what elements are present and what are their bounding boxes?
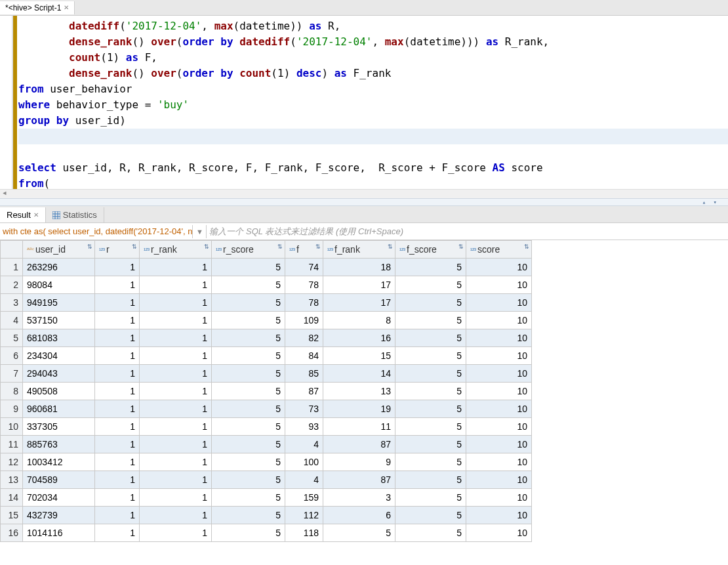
cell-f_score[interactable]: 5 [395,489,466,507]
cell-r[interactable]: 1 [95,418,140,436]
cell-f[interactable]: 118 [285,524,323,542]
cell-r_score[interactable]: 5 [212,259,285,276]
cell-f_score[interactable]: 5 [395,418,466,436]
cell-f_rank[interactable]: 13 [323,383,395,400]
cell-f[interactable]: 93 [285,418,323,436]
cell-user_id[interactable]: 885763 [23,436,95,453]
cell-score[interactable]: 10 [466,365,532,383]
cell-user_id[interactable]: 702034 [23,489,95,507]
cell-r[interactable]: 1 [95,294,140,312]
sort-icon[interactable]: ⇅ [204,243,209,250]
cell-r[interactable]: 1 [95,365,140,383]
cell-f[interactable]: 4 [285,436,323,453]
cell-f_rank[interactable]: 3 [323,489,395,507]
cell-f_score[interactable]: 5 [395,294,466,312]
cell-f[interactable]: 78 [285,276,323,294]
column-header-f_rank[interactable]: ¹²³f_rank⇅ [323,241,395,259]
cell-r[interactable]: 1 [95,312,140,329]
cell-f_score[interactable]: 5 [395,276,466,294]
code-editor[interactable]: datediff('2017-12-04', max(datetime)) as… [0,16,728,189]
cell-f[interactable]: 159 [285,489,323,507]
column-header-r[interactable]: ¹²³r⇅ [95,241,140,259]
cell-score[interactable]: 10 [466,259,532,276]
cell-f_score[interactable]: 5 [395,400,466,418]
cell-user_id[interactable]: 1014116 [23,524,95,542]
close-icon[interactable]: ✕ [64,4,69,11]
column-header-r_score[interactable]: ¹²³r_score⇅ [212,241,285,259]
cell-f_score[interactable]: 5 [395,436,466,453]
cell-r_score[interactable]: 5 [212,436,285,453]
cell-r_score[interactable]: 5 [212,507,285,524]
cell-r_score[interactable]: 5 [212,329,285,347]
cell-r_score[interactable]: 5 [212,294,285,312]
cell-score[interactable]: 10 [466,524,532,542]
cell-score[interactable]: 10 [466,436,532,453]
cell-r[interactable]: 1 [95,489,140,507]
table-row[interactable]: 62343041158415510 [1,347,532,365]
cell-f_rank[interactable]: 87 [323,436,395,453]
cell-r_rank[interactable]: 1 [140,524,212,542]
cell-r[interactable]: 1 [95,329,140,347]
cell-r_rank[interactable]: 1 [140,507,212,524]
result-grid-wrap[interactable]: ᴬᴮᶜuser_id⇅¹²³r⇅¹²³r_rank⇅¹²³r_score⇅¹²³… [0,240,728,565]
cell-r_rank[interactable]: 1 [140,471,212,489]
cell-r[interactable]: 1 [95,471,140,489]
cell-f_score[interactable]: 5 [395,259,466,276]
cell-r_rank[interactable]: 1 [140,453,212,471]
cell-user_id[interactable]: 960681 [23,400,95,418]
cell-r[interactable]: 1 [95,259,140,276]
cell-f[interactable]: 109 [285,312,323,329]
cell-f_rank[interactable]: 15 [323,347,395,365]
filter-icon[interactable]: ▼ [192,225,207,238]
cell-f_rank[interactable]: 17 [323,294,395,312]
cell-r_rank[interactable]: 1 [140,365,212,383]
cell-f_rank[interactable]: 6 [323,507,395,524]
cell-f_score[interactable]: 5 [395,507,466,524]
table-row[interactable]: 11885763115487510 [1,436,532,453]
cell-score[interactable]: 10 [466,418,532,436]
table-row[interactable]: 1610141161151185510 [1,524,532,542]
cell-r_score[interactable]: 5 [212,383,285,400]
cell-r[interactable]: 1 [95,276,140,294]
cell-r_rank[interactable]: 1 [140,312,212,329]
cell-user_id[interactable]: 432739 [23,507,95,524]
sort-icon[interactable]: ⇅ [315,243,321,250]
cell-f_rank[interactable]: 18 [323,259,395,276]
sort-icon[interactable]: ⇅ [388,243,393,250]
cell-f_rank[interactable]: 8 [323,312,395,329]
cell-user_id[interactable]: 537150 [23,312,95,329]
filter-input[interactable]: 输入一个 SQL 表达式来过滤结果 (使用 Ctrl+Space) [207,226,728,238]
cell-r[interactable]: 1 [95,400,140,418]
cell-score[interactable]: 10 [466,489,532,507]
column-header-r_rank[interactable]: ¹²³r_rank⇅ [140,241,212,259]
cell-user_id[interactable]: 681083 [23,329,95,347]
column-header-user_id[interactable]: ᴬᴮᶜuser_id⇅ [23,241,95,259]
sort-icon[interactable]: ⇅ [524,243,529,250]
cell-f[interactable]: 87 [285,383,323,400]
cell-user_id[interactable]: 1003412 [23,453,95,471]
cell-f[interactable]: 82 [285,329,323,347]
cell-r_score[interactable]: 5 [212,312,285,329]
cell-f[interactable]: 84 [285,347,323,365]
cell-r_score[interactable]: 5 [212,400,285,418]
column-header-f_score[interactable]: ¹²³f_score⇅ [395,241,466,259]
cell-f_rank[interactable]: 87 [323,471,395,489]
cell-user_id[interactable]: 490508 [23,383,95,400]
cell-r_rank[interactable]: 1 [140,347,212,365]
cell-r[interactable]: 1 [95,453,140,471]
cell-user_id[interactable]: 949195 [23,294,95,312]
table-row[interactable]: 13704589115487510 [1,471,532,489]
cell-score[interactable]: 10 [466,507,532,524]
code-content[interactable]: datediff('2017-12-04', max(datetime)) as… [17,16,728,189]
cell-score[interactable]: 10 [466,276,532,294]
sort-icon[interactable]: ⇅ [277,243,283,250]
table-row[interactable]: 72940431158514510 [1,365,532,383]
cell-r[interactable]: 1 [95,507,140,524]
cell-f_rank[interactable]: 11 [323,418,395,436]
sort-icon[interactable]: ⇅ [132,243,137,250]
cell-f_score[interactable]: 5 [395,524,466,542]
cell-r_rank[interactable]: 1 [140,489,212,507]
cell-f[interactable]: 85 [285,365,323,383]
cell-f_score[interactable]: 5 [395,312,466,329]
cell-r_score[interactable]: 5 [212,276,285,294]
